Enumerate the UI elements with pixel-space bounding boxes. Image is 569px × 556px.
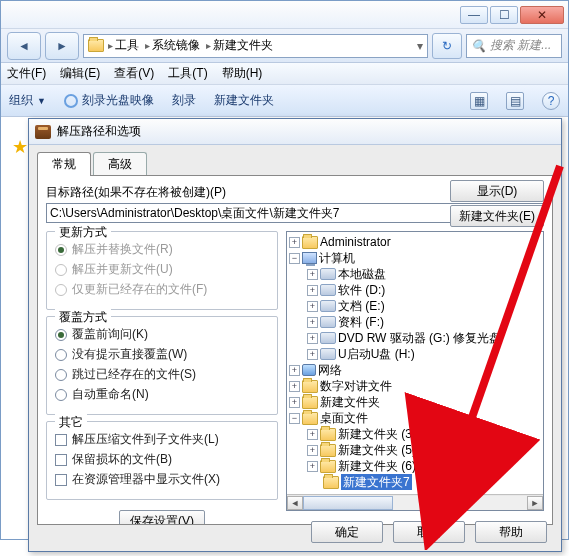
misc-opt3[interactable]: 在资源管理器中显示文件(X) — [55, 471, 269, 488]
tree-desktop[interactable]: 桌面文件 — [320, 410, 368, 426]
tree-localdisk[interactable]: 本地磁盘 — [338, 266, 386, 282]
new-folder-button[interactable]: 新建文件夹 — [214, 92, 274, 109]
menu-edit[interactable]: 编辑(E) — [60, 65, 100, 82]
ok-button[interactable]: 确定 — [311, 521, 383, 543]
scroll-track[interactable] — [303, 496, 527, 510]
misc-opt1[interactable]: 解压压缩文件到子文件夹(L) — [55, 431, 269, 448]
tab-advanced[interactable]: 高级 — [93, 152, 147, 176]
expand-toggle[interactable]: − — [289, 413, 300, 424]
address-row: ◄ ► ▸工具 ▸系统镜像 ▸新建文件夹 ▾ ↻ 🔍 搜索 新建... — [1, 29, 568, 63]
folder-icon — [323, 476, 339, 489]
ok-label: 确定 — [335, 524, 359, 541]
misc-opt2[interactable]: 保留损坏的文件(B) — [55, 451, 269, 468]
expand-toggle[interactable]: + — [307, 429, 318, 440]
tree-docs[interactable]: 文档 (E:) — [338, 298, 385, 314]
tree-digital[interactable]: 数字对讲文件 — [320, 378, 392, 394]
tree-data[interactable]: 资料 (F:) — [338, 314, 384, 330]
overwrite-opt1[interactable]: 覆盖前询问(K) — [55, 326, 269, 343]
tree-newfolder[interactable]: 新建文件夹 — [320, 394, 380, 410]
tree-software[interactable]: 软件 (D:) — [338, 282, 385, 298]
folder-tree[interactable]: + Administrator − 计算机 + 本地磁盘 + 软件 (D:) +… — [287, 232, 543, 494]
misc-opt2-label: 保留损坏的文件(B) — [72, 451, 172, 468]
crumb-label: 工具 — [115, 37, 139, 54]
update-opt3[interactable]: 仅更新已经存在的文件(F) — [55, 281, 269, 298]
radio-icon — [55, 244, 67, 256]
new-folder-dialog-button[interactable]: 新建文件夹(E) — [450, 205, 544, 227]
expand-toggle[interactable]: + — [307, 461, 318, 472]
organize-button[interactable]: 组织 ▼ — [9, 92, 46, 109]
tree-nf7[interactable]: 新建文件夹7 — [341, 474, 412, 490]
close-button[interactable]: ✕ — [520, 6, 564, 24]
drive-icon — [320, 348, 336, 360]
expand-toggle[interactable]: + — [307, 349, 318, 360]
dialog-titlebar: 解压路径和选项 — [29, 119, 561, 145]
back-button[interactable]: ◄ — [7, 32, 41, 60]
tree-nf5[interactable]: 新建文件夹 (5) — [338, 442, 416, 458]
menu-view[interactable]: 查看(V) — [114, 65, 154, 82]
burn-image-button[interactable]: 刻录光盘映像 — [64, 92, 154, 109]
menu-tools[interactable]: 工具(T) — [168, 65, 207, 82]
help-button[interactable]: ? — [542, 92, 560, 110]
address-bar[interactable]: ▸工具 ▸系统镜像 ▸新建文件夹 ▾ — [83, 34, 428, 58]
new-folder-dialog-label: 新建文件夹(E) — [459, 208, 535, 225]
overwrite-mode-group: 覆盖方式 覆盖前询问(K) 没有提示直接覆盖(W) 跳过已经存在的文件(S) 自… — [46, 316, 278, 415]
display-label: 显示(D) — [477, 183, 518, 200]
folder-tree-panel: + Administrator − 计算机 + 本地磁盘 + 软件 (D:) +… — [286, 231, 544, 511]
expand-toggle[interactable]: + — [289, 237, 300, 248]
expand-toggle[interactable]: + — [307, 301, 318, 312]
tree-admin[interactable]: Administrator — [320, 234, 391, 250]
maximize-button[interactable]: ☐ — [490, 6, 518, 24]
expand-toggle[interactable]: + — [289, 397, 300, 408]
expand-toggle[interactable]: + — [289, 381, 300, 392]
expand-toggle[interactable]: + — [289, 365, 300, 376]
expand-toggle[interactable]: + — [307, 445, 318, 456]
cancel-button[interactable]: 取消 — [393, 521, 465, 543]
tab-general-label: 常规 — [52, 157, 76, 171]
search-box[interactable]: 🔍 搜索 新建... — [466, 34, 562, 58]
display-button[interactable]: 显示(D) — [450, 180, 544, 202]
tree-dvd[interactable]: DVD RW 驱动器 (G:) 修复光盘 — [338, 330, 501, 346]
tree-computer[interactable]: 计算机 — [319, 250, 355, 266]
tree-udisk[interactable]: U启动U盘 (H:) — [338, 346, 415, 362]
crumb-2[interactable]: ▸系统镜像 — [143, 37, 202, 54]
expand-toggle[interactable]: − — [289, 253, 300, 264]
update-mode-group: 更新方式 解压并替换文件(R) 解压并更新文件(U) 仅更新已经存在的文件(F) — [46, 231, 278, 310]
menu-help[interactable]: 帮助(H) — [222, 65, 263, 82]
overwrite-opt2[interactable]: 没有提示直接覆盖(W) — [55, 346, 269, 363]
update-opt1[interactable]: 解压并替换文件(R) — [55, 241, 269, 258]
refresh-button[interactable]: ↻ — [432, 33, 462, 59]
update-opt2[interactable]: 解压并更新文件(U) — [55, 261, 269, 278]
view-options-button[interactable]: ▦ — [470, 92, 488, 110]
overwrite-opt4[interactable]: 自动重命名(N) — [55, 386, 269, 403]
scroll-left-button[interactable]: ◄ — [287, 496, 303, 510]
new-folder-label: 新建文件夹 — [214, 92, 274, 109]
burn-button[interactable]: 刻录 — [172, 92, 196, 109]
overwrite-opt2-label: 没有提示直接覆盖(W) — [72, 346, 187, 363]
organize-label: 组织 — [9, 92, 33, 109]
tree-nf6[interactable]: 新建文件夹 (6) — [338, 458, 416, 474]
expand-toggle[interactable]: + — [307, 285, 318, 296]
menu-file[interactable]: 文件(F) — [7, 65, 46, 82]
expand-toggle[interactable]: + — [307, 269, 318, 280]
tab-general[interactable]: 常规 — [37, 152, 91, 176]
minimize-button[interactable]: — — [460, 6, 488, 24]
crumb-3[interactable]: ▸新建文件夹 — [204, 37, 275, 54]
cancel-label: 取消 — [417, 524, 441, 541]
expand-toggle[interactable]: + — [307, 317, 318, 328]
tree-nf3[interactable]: 新建文件夹 (3) — [338, 426, 416, 442]
scroll-right-button[interactable]: ► — [527, 496, 543, 510]
crumb-label: 系统镜像 — [152, 37, 200, 54]
crumb-1[interactable]: ▸工具 — [106, 37, 141, 54]
overwrite-opt3[interactable]: 跳过已经存在的文件(S) — [55, 366, 269, 383]
search-icon: 🔍 — [471, 39, 486, 53]
horizontal-scrollbar[interactable]: ◄ ► — [287, 494, 543, 510]
help-dialog-button[interactable]: 帮助 — [475, 521, 547, 543]
burn-image-label: 刻录光盘映像 — [82, 92, 154, 109]
preview-pane-button[interactable]: ▤ — [506, 92, 524, 110]
forward-button[interactable]: ► — [45, 32, 79, 60]
scroll-thumb[interactable] — [303, 496, 393, 510]
tree-network[interactable]: 网络 — [318, 362, 342, 378]
save-settings-button[interactable]: 保存设置(V) — [119, 510, 205, 525]
expand-toggle[interactable]: + — [307, 333, 318, 344]
save-settings-label: 保存设置(V) — [130, 513, 194, 526]
